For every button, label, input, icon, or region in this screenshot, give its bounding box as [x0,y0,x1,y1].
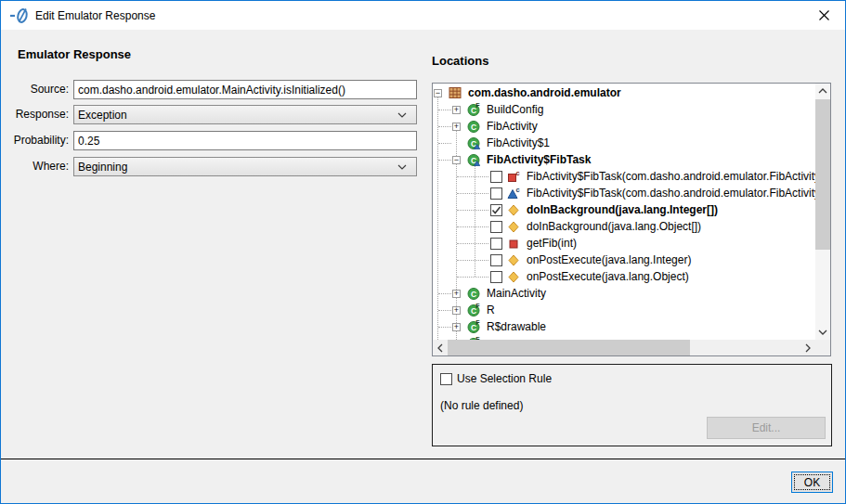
svg-text:F: F [475,103,480,109]
svg-text:C: C [471,123,476,132]
edit-emulator-response-dialog: Edit Emulator Response Emulator Response… [0,0,846,504]
constructor-icon: c [507,187,520,200]
locations-heading: Locations [432,54,488,68]
svg-text:F: F [475,304,480,309]
tree-row[interactable]: doInBackground(java.lang.Integer[]) [433,201,815,218]
tree-checkbox[interactable] [490,187,502,200]
horizontal-scroll-thumb[interactable] [448,340,690,355]
tree-row[interactable]: onPostExecute(java.lang.Object) [433,268,815,285]
tree-row[interactable]: +CMainActivity [433,285,815,302]
tree-node-label: MainActivity [487,287,546,300]
tree-stub [457,176,488,177]
tree-row[interactable]: +CFBuildConfig [433,101,815,118]
inner-class-icon: C [467,136,480,149]
tree-checkbox[interactable] [490,271,502,283]
expand-icon[interactable]: + [452,306,461,315]
tree-node-label: FibActivity$1 [487,136,550,149]
tree-stub [457,277,488,278]
edit-rule-button[interactable]: Edit... [707,417,826,439]
tree-checkbox[interactable] [490,204,502,216]
expand-icon[interactable]: + [452,323,461,331]
tree-node-label: FibActivity [487,120,538,133]
svg-text:F: F [475,320,480,326]
tree-checkbox[interactable] [490,221,502,233]
close-icon [819,10,829,20]
tree-stub [438,143,451,144]
collapse-icon[interactable]: − [452,156,461,164]
svg-text:c: c [515,187,519,194]
response-label: Response: [7,105,69,124]
tree-stub [438,126,451,127]
tree-node-label: R [487,304,495,317]
source-input[interactable] [73,80,417,99]
vertical-scroll-thumb[interactable] [815,99,830,250]
tree-row[interactable]: +CFibActivity [433,118,815,135]
tree-row[interactable]: −CFibActivity$FibTask [433,151,815,168]
dasho-logo-icon [9,6,30,25]
tree-stub [457,210,488,211]
tree-checkbox[interactable] [490,238,502,250]
tree-checkbox[interactable] [490,254,502,266]
rule-status-text: (No rule defined) [440,399,523,412]
final-class-icon: CF [467,320,480,333]
ok-button[interactable]: OK [791,472,833,493]
use-selection-rule-label: Use Selection Rule [457,372,552,385]
where-value: Beginning [78,161,397,174]
tree-node-label: FibActivity$FibTask(com.dasho.android.em… [527,187,815,200]
tree-node-label: FibActivity$FibTask [487,153,591,166]
scroll-right-icon[interactable] [800,340,815,355]
use-selection-rule-checkbox[interactable] [440,373,452,385]
tree-row[interactable]: +CFR [433,302,815,318]
tree-row[interactable]: onPostExecute(java.lang.Integer) [433,252,815,268]
tree-row[interactable]: −com.dasho.android.emulator [433,84,815,101]
tree-node-label: BuildConfig [487,103,543,116]
tree-row[interactable]: cFibActivity$FibTask(com.dasho.android.e… [433,185,815,201]
tree-row[interactable]: CFibActivity$1 [433,135,815,151]
tree-node-label: getFib(int) [527,237,577,250]
emulator-response-heading: Emulator Response [18,47,131,61]
tree-row[interactable]: doInBackground(java.lang.Object[]) [433,218,815,235]
tree-checkbox[interactable] [490,171,502,183]
tree-row[interactable]: +CFR$drawable [433,318,815,335]
inner-class-icon: C [467,153,480,166]
vertical-scrollbar[interactable] [815,84,830,340]
response-value: Exception [78,109,397,122]
package-icon [449,86,462,99]
tree-stub [438,310,451,311]
expand-icon[interactable]: + [452,123,461,131]
collapse-icon[interactable]: − [434,89,442,97]
tree-row[interactable]: cFibActivity$FibTask(com.dasho.android.e… [433,168,815,185]
titlebar: Edit Emulator Response [1,1,845,30]
locations-tree: −com.dasho.android.emulator+CFBuildConfi… [432,83,831,356]
horizontal-scrollbar[interactable] [433,340,815,355]
footer-separator [1,459,846,459]
method-icon [507,220,520,233]
tree-row[interactable]: getFib(int) [433,235,815,252]
probability-input[interactable] [73,131,417,150]
method-icon [507,270,520,283]
tree-stub [438,110,451,110]
final-class-icon: CF [467,304,480,317]
close-button[interactable] [803,1,845,29]
tree-node-label: FibActivity$FibTask(com.dasho.android.em… [527,170,815,183]
tree-content: −com.dasho.android.emulator+CFBuildConfi… [433,84,815,340]
where-select[interactable]: Beginning [73,157,417,176]
chevron-down-icon [397,112,407,118]
scrollbar-corner [815,340,830,355]
method-icon [507,237,520,250]
tree-node-label: onPostExecute(java.lang.Integer) [527,253,691,266]
expand-icon[interactable]: + [452,290,461,298]
source-label: Source: [7,80,69,99]
scroll-down-icon[interactable] [815,325,830,340]
scroll-up-icon[interactable] [815,84,830,98]
response-select[interactable]: Exception [73,105,417,124]
method-icon [507,253,520,266]
tree-node-label: com.dasho.android.emulator [468,86,621,99]
tree-node-label: doInBackground(java.lang.Integer[]) [527,203,718,216]
tree-node-label: R$drawable [487,320,546,333]
tree-node-label: doInBackground(java.lang.Object[]) [527,220,701,233]
probability-label: Probability: [7,131,69,150]
scroll-left-icon[interactable] [433,340,448,355]
expand-icon[interactable]: + [452,106,461,114]
svg-text:c: c [515,170,519,177]
